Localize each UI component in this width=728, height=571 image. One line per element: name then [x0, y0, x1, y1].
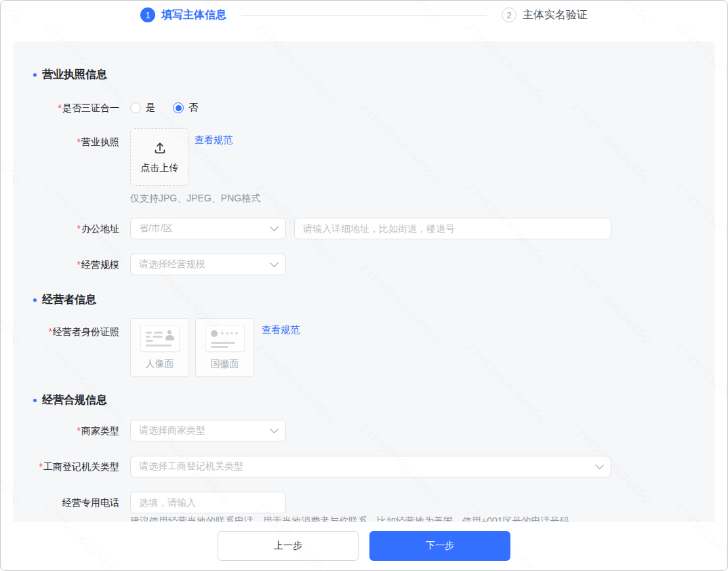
merchant-type-row: *商家类型 请选择商家类型: [13, 420, 715, 441]
step-2-label: 主体实名验证: [523, 8, 588, 22]
required-asterisk: *: [77, 259, 81, 270]
footer-bar: 上一步 下一步: [13, 521, 715, 570]
form-panel: 营业执照信息 *是否三证合一 是 否 *营业执照: [13, 41, 715, 570]
id-emblem-card-icon: [205, 325, 245, 352]
step-2-number-badge: 2: [502, 7, 517, 22]
region-select-placeholder: 省/市/区: [139, 222, 173, 235]
required-asterisk: *: [77, 136, 81, 147]
previous-step-button[interactable]: 上一步: [218, 531, 359, 561]
address-detail-input[interactable]: [294, 218, 611, 239]
chevron-down-icon: [270, 258, 279, 267]
section-title-compliance: 经营合规信息: [33, 393, 715, 408]
three-in-one-row: *是否三证合一 是 否: [13, 100, 715, 115]
id-portrait-label: 人像面: [146, 358, 174, 370]
registry-type-label: *工商登记机关类型: [13, 459, 119, 474]
three-in-one-label: *是否三证合一: [13, 100, 119, 115]
required-asterisk: *: [49, 326, 52, 337]
operator-id-label: *经营者身份证照: [13, 318, 119, 339]
business-phone-input[interactable]: [130, 492, 286, 513]
operator-id-row: *经营者身份证照 人像面: [13, 318, 715, 377]
three-in-one-radio-group: 是 否: [130, 102, 198, 114]
id-portrait-card-icon: [140, 325, 180, 352]
registry-type-row: *工商登记机关类型 请选择工商登记机关类型: [13, 456, 715, 477]
chevron-down-icon: [270, 222, 279, 231]
registry-type-placeholder: 请选择工商登记机关类型: [139, 460, 243, 473]
section-bullet-icon: [33, 298, 37, 302]
upload-icon: [153, 140, 167, 155]
registry-type-select[interactable]: 请选择工商登记机关类型: [130, 456, 611, 477]
id-portrait-upload-box[interactable]: 人像面: [130, 318, 189, 377]
office-address-row: *办公地址 省/市/区: [13, 218, 715, 239]
step-1-label: 填写主体信息: [161, 8, 226, 22]
business-license-field: 点击上传 查看规范 仅支持JPG、JPEG、PNG格式: [130, 128, 260, 205]
business-license-row: *营业执照 点击上传 查看规范 仅支持JPG、JPEG、PNG格式: [13, 128, 715, 205]
business-license-label: *营业执照: [13, 128, 119, 149]
merchant-type-select[interactable]: 请选择商家类型: [130, 420, 286, 441]
radio-option-no[interactable]: 否: [173, 102, 198, 114]
step-indicator: 1 填写主体信息 2 主体实名验证: [1, 1, 727, 29]
license-upload-box[interactable]: 点击上传: [130, 128, 189, 186]
radio-option-yes[interactable]: 是: [130, 102, 155, 114]
radio-no-label: 否: [188, 102, 198, 114]
operator-id-field: 人像面 国徽面 查看规范: [130, 318, 300, 377]
step-connector-line: [241, 15, 487, 16]
business-phone-label: 经营专用电话: [13, 495, 119, 510]
required-asterisk: *: [58, 102, 62, 113]
step-1-number-badge: 1: [140, 7, 155, 22]
person-silhouette-icon: [165, 330, 174, 340]
required-asterisk: *: [77, 223, 81, 234]
section-title-business-license: 营业执照信息: [33, 67, 715, 82]
section-title-operator: 经营者信息: [33, 292, 715, 307]
id-emblem-label: 国徽面: [211, 358, 239, 370]
required-asterisk: *: [39, 461, 43, 472]
section-title-text: 经营合规信息: [42, 393, 107, 408]
business-scale-placeholder: 请选择经营规模: [139, 258, 205, 271]
id-view-spec-link[interactable]: 查看规范: [262, 318, 300, 336]
upload-box-text: 点击上传: [141, 162, 179, 174]
license-format-hint: 仅支持JPG、JPEG、PNG格式: [130, 191, 260, 205]
step-1-fill-subject-info: 1 填写主体信息: [140, 7, 226, 22]
business-scale-label: *经营规模: [13, 257, 119, 272]
next-step-button[interactable]: 下一步: [369, 531, 510, 561]
business-scale-select[interactable]: 请选择经营规模: [130, 254, 286, 275]
office-address-label: *办公地址: [13, 221, 119, 236]
merchant-type-label: *商家类型: [13, 423, 119, 438]
required-asterisk: *: [77, 425, 81, 436]
section-bullet-icon: [33, 399, 37, 402]
id-emblem-upload-box[interactable]: 国徽面: [195, 318, 254, 377]
chevron-down-icon: [270, 425, 279, 433]
license-view-spec-link[interactable]: 查看规范: [195, 128, 232, 146]
radio-checked-icon[interactable]: [173, 102, 184, 113]
step-2-realname-verify: 2 主体实名验证: [502, 7, 588, 22]
page-frame: 1 填写主体信息 2 主体实名验证 营业执照信息 *是否三证合一 是: [0, 0, 728, 571]
merchant-type-placeholder: 请选择商家类型: [139, 425, 205, 437]
radio-unchecked-icon[interactable]: [130, 102, 141, 113]
region-select[interactable]: 省/市/区: [130, 218, 286, 239]
section-title-text: 营业执照信息: [42, 68, 107, 82]
section-title-text: 经营者信息: [42, 293, 96, 307]
radio-yes-label: 是: [146, 102, 155, 114]
chevron-down-icon: [595, 460, 604, 469]
business-phone-row: 经营专用电话: [13, 492, 715, 513]
section-bullet-icon: [33, 73, 37, 77]
emblem-circle-icon: [211, 330, 218, 337]
business-scale-row: *经营规模 请选择经营规模: [13, 254, 715, 275]
